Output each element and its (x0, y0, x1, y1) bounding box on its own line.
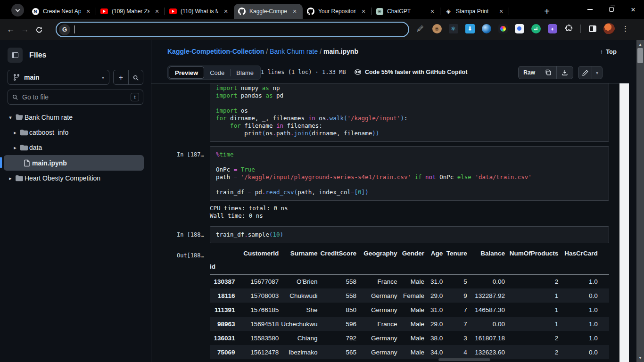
tree-item-bank-churn-rate[interactable]: ▾ Bank Churn rate (0, 110, 151, 125)
code-line (216, 158, 603, 166)
table-cell: 1.0 (558, 303, 597, 317)
tree-item-catboost-info[interactable]: ▸ catboost_info (0, 125, 151, 140)
collapse-sidebar-button[interactable] (8, 48, 23, 63)
forward-button[interactable]: → (18, 23, 32, 37)
notebook-scrollbar[interactable] (619, 83, 629, 362)
blue-swirl-icon[interactable] (480, 22, 493, 35)
reload-button[interactable] (32, 23, 46, 37)
close-window-button[interactable]: × (622, 0, 644, 19)
scroll-down-arrow[interactable]: ▼ (636, 354, 644, 361)
tab-kaggle-competition-active[interactable]: Kaggle-Competi × (234, 4, 303, 19)
folder-open-icon (14, 114, 25, 121)
table-cell: 2 (505, 345, 558, 359)
browser-toolbar: ← → G 🖉 ꙮ ⚛ ⬇ ⇄ ♦ ⋮ (0, 19, 644, 40)
edit-dropdown-button[interactable]: ▾ (592, 66, 602, 79)
minimize-button[interactable] (579, 0, 601, 19)
table-cell: 0.00 (467, 274, 505, 288)
restore-button[interactable] (601, 0, 622, 19)
tab-chatgpt[interactable]: ✳ ChatGPT × (372, 4, 440, 19)
edit-button[interactable] (578, 66, 592, 79)
table-cell: Ibezimako (279, 345, 317, 359)
copilot-banner[interactable]: Code 55% faster with GitHub Copilot (354, 68, 467, 76)
code-cell[interactable]: train_df.sample(10) (210, 226, 609, 243)
close-tab-icon[interactable]: × (429, 8, 436, 15)
files-title: Files (29, 51, 46, 59)
tab-code[interactable]: Code (204, 67, 230, 78)
copy-button[interactable] (540, 66, 556, 79)
monkey-avatar-icon[interactable]: ꙮ (430, 22, 443, 35)
address-bar[interactable]: G (56, 22, 409, 37)
new-file-button[interactable]: + (114, 70, 128, 85)
tab-blame[interactable]: Blame (231, 67, 259, 78)
breadcrumb-folder-link[interactable]: Bank Churn rate (270, 48, 318, 55)
dataframe-table: CustomerIdSurnameCreditScoreGeographyGen… (210, 247, 609, 359)
index-label: id (210, 259, 235, 274)
scroll-up-arrow[interactable]: ▲ (636, 41, 644, 48)
green-sync-icon[interactable]: ⇄ (529, 22, 542, 35)
screen-recorder-icon[interactable] (513, 22, 526, 35)
tree-item-data[interactable]: ▸ data (0, 140, 151, 155)
table-row: 13038715677087O'Brien558FranceMale31.050… (210, 274, 609, 288)
new-tab-button[interactable]: + (540, 5, 553, 18)
table-column-header: NumOfProducts (505, 247, 558, 259)
tab-create-next-app[interactable]: N Create Next App × (27, 4, 96, 19)
kebab-menu-icon[interactable]: ⋮ (619, 22, 632, 35)
close-tab-icon[interactable]: × (84, 8, 92, 15)
color-picker-pen-icon[interactable]: 🖉 (414, 22, 427, 35)
code-line: import pandas as pd (216, 92, 603, 99)
tab-your-repositories[interactable]: Your Repositorie × (303, 4, 372, 19)
page-scrollbar[interactable]: ▲ ▼ (636, 40, 644, 362)
purple-flame-icon[interactable]: ♦ (546, 22, 559, 35)
scroll-to-top-button[interactable]: ↑ Top (596, 45, 620, 58)
code-cell[interactable]: %time OnPc = Truepath = '/kaggle/input/p… (210, 146, 609, 201)
tree-item-label: Bank Churn rate (25, 114, 73, 121)
go-to-file-input[interactable]: Go to file t (8, 90, 143, 105)
table-cell: 31.0 (424, 274, 443, 288)
tab-preview[interactable]: Preview (169, 66, 204, 79)
download-button[interactable] (556, 66, 573, 79)
horizontal-scrollbar-thumb[interactable] (438, 358, 490, 361)
extensions-puzzle-icon[interactable] (562, 22, 575, 35)
react-devtools-icon[interactable]: ⚛ (447, 22, 460, 35)
table-cell: 596 (318, 317, 356, 331)
close-tab-icon[interactable]: × (222, 8, 230, 15)
close-tab-icon[interactable]: × (153, 8, 161, 15)
table-cell: 3 (443, 331, 467, 345)
chevron-right-icon: ▸ (11, 130, 19, 136)
tab-stampa-print[interactable]: ◈ Stampa Print × (440, 4, 509, 19)
tree-item-heart-obesty-competition[interactable]: ▸ Heart Obesty Competition (0, 171, 151, 186)
scrollbar-thumb[interactable] (637, 48, 643, 63)
search-tree-button[interactable] (128, 70, 143, 85)
back-button[interactable]: ← (4, 23, 18, 37)
selected-indicator-bar (0, 157, 2, 168)
code-line: path = '/kaggle/input/playground-series-… (216, 173, 603, 181)
breadcrumb-repo-link[interactable]: Kaggle-Competition-Collection (167, 48, 264, 55)
color-wheel-icon[interactable] (496, 22, 509, 35)
table-cell: 565 (318, 345, 356, 359)
close-tab-icon[interactable]: × (291, 8, 298, 15)
cell-output: CPU times: total: 0 ns Wall time: 0 ns (151, 201, 619, 220)
table-column-header: IsActive (598, 247, 609, 259)
tab-search-button[interactable] (11, 4, 24, 16)
table-header-spacer (443, 259, 467, 274)
copilot-icon (354, 68, 362, 76)
profile-avatar[interactable] (603, 22, 615, 35)
raw-button[interactable]: Raw (519, 66, 540, 79)
table-cell: 29.0 (424, 317, 443, 331)
code-cell[interactable]: import numpy as npimport pandas as pd im… (210, 83, 609, 142)
download-manager-icon[interactable]: ⬇ (463, 22, 476, 35)
tree-item-main-ipynb-selected[interactable]: main.ipynb (4, 155, 144, 171)
notebook-preview: import numpy as npimport pandas as pd im… (151, 83, 619, 362)
cell-output: Out[188… CustomerIdSurnameCreditScoreGeo… (151, 247, 619, 359)
tab-youtube-1[interactable]: (109) Maher Zai × (96, 4, 165, 19)
side-panel-icon[interactable] (586, 22, 599, 35)
close-tab-icon[interactable]: × (360, 8, 367, 15)
close-tab-icon[interactable]: × (497, 8, 505, 15)
table-cell: 0.0 (558, 288, 597, 303)
branch-selector[interactable]: main ▾ (8, 70, 109, 85)
reload-icon (35, 26, 43, 33)
tab-youtube-2[interactable]: (110) What is M × (165, 4, 234, 19)
table-row: 9896315694518Uchechukwu596FranceMale29.0… (210, 317, 609, 331)
text-cursor (74, 25, 75, 33)
table-cell: 1.0 (558, 317, 597, 331)
